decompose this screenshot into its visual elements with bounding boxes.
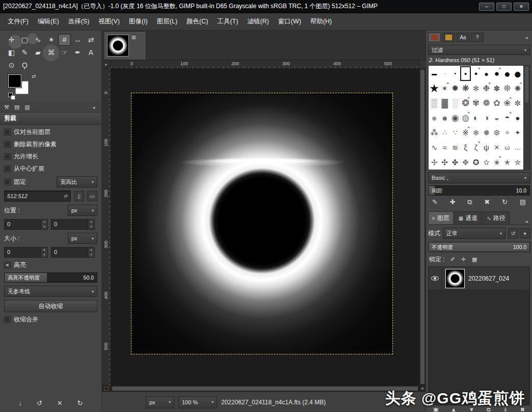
menu-item[interactable]: 图层(L) [152,15,182,29]
menu-item[interactable]: 颜色(C) [182,15,212,29]
brush-item[interactable]: ✪ [471,155,481,170]
brush-item[interactable]: ✽ [492,81,502,96]
brush-item[interactable]: ≈ [439,140,449,155]
restore-tool-options-button[interactable]: ↺ [37,399,42,407]
tool-eraser[interactable]: ▰ [32,46,44,59]
brush-filter-input[interactable]: 过滤 [428,45,530,55]
tool-options-tab-icon[interactable]: ⚒ [4,104,9,111]
lock-alpha-icon[interactable]: ▦ [472,256,477,263]
tab-layers[interactable]: ≡ 图层 [428,211,454,224]
tool-flip[interactable]: ⇄ [85,34,97,46]
size-unit-dropdown[interactable]: px [68,233,97,244]
brush-item[interactable]: • [460,66,470,81]
close-button[interactable]: ✕ [514,3,529,11]
tab-patterns[interactable] [442,33,455,42]
device-status-tab-icon[interactable]: ▤ [14,104,19,111]
brush-item[interactable]: ※ + [460,125,470,140]
zoom-dropdown[interactable]: 100 % [178,396,217,408]
tool-crop[interactable]: # [58,34,71,46]
brush-item[interactable]: ❋ [460,81,470,96]
brush-group-dropdown[interactable]: Basic , [428,172,530,183]
brush-item[interactable]: ξ [460,140,470,155]
swap-colors-icon[interactable]: ⇄ [32,73,36,79]
brush-item[interactable]: ✥ [460,155,470,170]
horizontal-scrollbar[interactable] [111,386,419,392]
brush-item[interactable]: ✤ [450,155,460,170]
brush-item[interactable]: ❁ [481,96,491,111]
brush-item[interactable]: ✣ [439,155,449,170]
position-x-spinner[interactable]: 0 [4,219,48,230]
menu-item[interactable]: 工具(T) [212,15,243,29]
tool-bucket-fill[interactable]: ◧ [5,46,18,59]
tool-option-row[interactable]: 删除裁剪的像素 [4,140,97,149]
brush-item[interactable]: ◓ + [502,111,512,125]
lock-position-icon[interactable]: ✛ [461,256,466,263]
brush-item[interactable]: ❆ [492,125,502,140]
brush-item[interactable]: ❉ + [481,81,491,96]
brush-item[interactable]: ▒ [429,96,439,111]
save-tool-options-button[interactable]: ↓ [18,399,22,407]
tool-transform[interactable]: ↔ [71,34,84,46]
menu-item[interactable]: 文件(F) [3,15,33,29]
brush-item[interactable]: ◑ [481,111,491,125]
brush-item[interactable]: ≋ [450,140,460,155]
brush-item[interactable]: · [439,66,449,81]
spinner-arrows[interactable] [88,219,94,229]
tool-fuzzy-select[interactable]: ✶ [45,34,58,46]
brush-item[interactable]: ● + [471,66,481,81]
brush-item[interactable]: ● [439,111,449,125]
unit-dropdown[interactable]: px [146,396,174,408]
collapse-icon[interactable]: ◂ [523,35,530,40]
open-brush-button[interactable]: ▤ [520,198,526,206]
brush-item[interactable]: ● + [492,66,502,81]
tool-move[interactable]: ✛ [5,34,18,46]
edit-brush-button[interactable]: ✎ [432,198,438,206]
fixed-checkbox[interactable] [4,179,11,185]
brush-item[interactable]: ✾ [471,96,481,111]
brush-item[interactable]: ζ + [471,140,481,155]
delete-brush-button[interactable]: ✖ [484,198,490,206]
tool-option-row[interactable]: 允许增长 [4,152,97,161]
visibility-toggle[interactable] [429,267,442,290]
tool-rectangle-select[interactable]: ▢ [18,34,31,46]
brush-item[interactable]: ⁂ [429,125,439,140]
fixed-dropdown[interactable]: 宽高比 [57,176,97,187]
image-tab[interactable]: ⊠ [104,32,145,60]
brush-item[interactable]: ✻ [471,81,481,96]
swap-aspect-icon[interactable]: ⇄ [64,194,68,199]
ruler-menu-button[interactable]: ▸ [102,60,111,68]
new-brush-button[interactable]: ✚ [450,198,456,206]
position-y-spinner[interactable]: 0 [51,219,95,230]
menu-item[interactable]: 窗口(W) [274,15,306,29]
landscape-icon[interactable]: ▭ [87,191,97,201]
scrollbar-thumb[interactable] [525,67,528,102]
image-canvas[interactable] [131,93,392,354]
brush-item[interactable]: ✶ + [439,81,449,96]
brush-item[interactable]: ░ [450,96,460,111]
color-selector[interactable]: ⇄ [8,74,44,99]
brush-item[interactable]: ✕ [492,140,502,155]
tab-document-history[interactable]: ? [471,33,484,42]
brush-item[interactable]: … [513,140,523,155]
brush-item[interactable]: ▓ [439,96,449,111]
brush-item[interactable]: ❅ [481,125,491,140]
brush-item[interactable]: ✬ + [492,155,502,170]
brush-item[interactable]: ψ [481,140,491,155]
close-tab-icon[interactable]: ⊠ [131,35,136,58]
layer-row[interactable]: 20220627_024 [429,267,529,290]
menu-item[interactable]: 帮助(H) [306,15,336,29]
brush-item[interactable]: ● [502,66,512,81]
aspect-ratio-input[interactable]: 512:512 ⇄ [4,190,71,202]
tool-smudge[interactable]: ☞ [58,46,71,59]
mode-menu-button[interactable]: ▾ [520,228,530,238]
brush-item[interactable]: ❄ [471,125,481,140]
menu-item[interactable]: 滤镜(R) [243,15,273,29]
zoom-corner-button[interactable] [419,60,425,68]
portrait-icon[interactable]: ▯ [74,191,84,201]
tool-option-row[interactable]: 从中心扩展 [4,164,97,173]
brush-item[interactable]: ∿ [429,140,439,155]
tab-channels[interactable]: ▦ 通道 [455,211,482,224]
collapse-icon[interactable]: ◂ [90,105,97,110]
spinner-arrows[interactable] [88,248,94,257]
checkbox[interactable] [4,166,11,172]
